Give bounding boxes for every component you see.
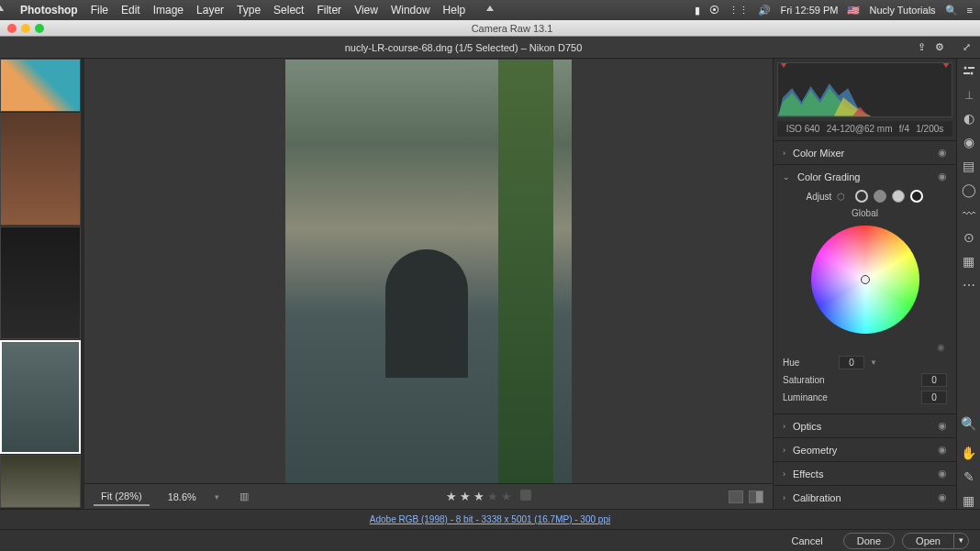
lum-value[interactable]: 0 [921,391,947,404]
menu-file[interactable]: File [91,4,108,17]
chevron-right-icon: › [783,446,785,455]
highlights-dot[interactable] [892,190,905,203]
thumbnail-1[interactable] [0,59,81,112]
menu-layer[interactable]: Layer [196,4,224,17]
menu-icon[interactable]: ≡ [967,5,973,16]
app-name[interactable]: Photoshop [20,4,78,17]
eye-icon[interactable]: ◉ [938,491,947,503]
menu-filter[interactable]: Filter [317,4,341,17]
star-3[interactable]: ★ [473,490,484,503]
eye-icon[interactable]: ◉ [938,147,947,159]
histogram[interactable] [777,62,952,117]
record-icon: ⦿ [709,5,719,16]
exif-aperture: f/4 [899,124,909,134]
dialog-buttons: Cancel Done Open ▾ [0,529,980,551]
panel-color-grading-header[interactable]: ⌄ Color Grading ◉ [783,171,947,182]
workflow-link[interactable]: Adobe RGB (1998) - 8 bit - 3338 x 5001 (… [0,509,980,529]
clock[interactable]: Fri 12:59 PM [780,5,838,16]
thumbnail-2[interactable] [0,113,81,226]
menu-window[interactable]: Window [391,4,430,17]
panel-color-mixer[interactable]: › Color Mixer ◉ [774,140,956,164]
sat-value[interactable]: 0 [921,373,947,387]
zoom-tool-icon[interactable]: 🔍 [961,415,977,432]
color-label[interactable] [520,490,531,501]
menu-image[interactable]: Image [153,4,184,17]
star-5[interactable]: ★ [501,490,512,503]
menu-type[interactable]: Type [237,4,261,17]
global-dot-selected[interactable] [910,190,923,203]
traffic-lights[interactable] [7,24,44,33]
settings-icon[interactable]: ⚙ [935,41,944,53]
flag-icon[interactable]: 🇺🇸 [847,5,860,17]
spotlight-icon[interactable]: 🔍 [945,5,958,17]
fullscreen-icon[interactable]: ⤢ [963,41,971,53]
menu-view[interactable]: View [354,4,378,17]
split-view-icon[interactable] [749,490,763,503]
shadows-dot[interactable] [855,190,868,203]
user-name[interactable]: Nucly Tutorials [869,5,935,16]
midtones-dot[interactable] [874,190,886,203]
three-way-icon[interactable] [837,192,850,201]
hue-value[interactable]: 0 [839,356,864,369]
grid-tool-icon[interactable]: ▦ [961,492,977,509]
highlight-clip-icon[interactable] [942,62,950,68]
edit-panel: ISO 640 24-120@62 mm f/4 1/200s › Color … [773,59,956,509]
canvas-area: Fit (28%) 18.6% ▾ ▥ ★ ★ ★ ★ ★ [84,59,773,509]
panel-geometry[interactable]: ›Geometry◉ [774,437,956,461]
star-2[interactable]: ★ [460,490,471,503]
open-button[interactable]: Open [902,533,954,549]
panel-optics[interactable]: ›Optics◉ [774,413,956,437]
gradient-tool-icon[interactable]: ▤ [961,158,977,174]
eye-icon[interactable]: ◉ [937,342,945,352]
cancel-button[interactable]: Cancel [779,534,836,548]
compare-icon[interactable]: ▥ [239,490,249,502]
histogram-graph [778,79,871,116]
minimize-icon[interactable] [21,24,30,33]
exif-shutter: 1/200s [916,124,943,134]
color-wheel[interactable] [811,226,919,334]
done-button[interactable]: Done [843,533,895,549]
export-icon[interactable]: ⇪ [918,41,926,53]
star-1[interactable]: ★ [446,490,457,503]
zoom-fit[interactable]: Fit (28%) [94,488,150,506]
heal-tool-icon[interactable]: ◐ [961,110,977,127]
menu-help[interactable]: Help [443,4,466,17]
sampler-tool-icon[interactable]: ✎ [961,468,977,485]
star-rating[interactable]: ★ ★ ★ ★ ★ [446,490,531,503]
maximize-icon[interactable] [35,24,44,33]
dropdown-icon[interactable]: ▼ [870,358,877,367]
edit-tool-icon[interactable] [961,62,977,79]
thumbnail-4-selected[interactable] [0,340,81,453]
thumbnail-3[interactable] [0,226,81,339]
star-4[interactable]: ★ [487,490,498,503]
shadow-clip-icon[interactable] [780,62,787,68]
eye-icon[interactable]: ◉ [938,468,947,479]
panel-calibration[interactable]: ›Calibration◉ [774,485,956,509]
close-icon[interactable] [7,24,17,33]
preset-tool-icon[interactable]: ▦ [961,253,977,270]
single-view-icon[interactable] [729,490,743,503]
redeye-tool-icon[interactable]: ⊙ [961,229,977,246]
panel-effects[interactable]: ›Effects◉ [774,461,956,485]
eye-icon[interactable]: ◉ [938,420,947,432]
hand-tool-icon[interactable]: ✋ [961,445,977,461]
eye-icon[interactable]: ◉ [938,171,947,182]
radial-tool-icon[interactable]: ◯ [961,182,977,198]
color-grading-label: Color Grading [797,171,930,182]
workflow-profile[interactable]: Adobe RGB (1998) - 8 bit - 3338 x 5001 (… [370,514,610,524]
open-dropdown-icon[interactable]: ▾ [954,533,969,549]
eye-icon[interactable]: ◉ [938,444,947,456]
menu-edit[interactable]: Edit [121,4,140,17]
eye-tool-icon[interactable]: ◉ [961,134,977,150]
menu-select[interactable]: Select [273,4,304,17]
thumbnail-5[interactable] [0,455,81,508]
exif-lens: 24-120@62 mm [827,124,893,134]
svg-point-2 [970,72,973,75]
preview-viewport[interactable] [84,59,773,483]
color-wheel-handle[interactable] [861,275,870,284]
zoom-percent[interactable]: 18.6% [161,489,204,505]
crop-tool-icon[interactable]: ⟂ [961,86,977,103]
brush-tool-icon[interactable]: 〰 [961,205,977,222]
more-tool-icon[interactable]: ⋯ [961,277,977,293]
zoom-dropdown-icon[interactable]: ▾ [215,492,219,501]
